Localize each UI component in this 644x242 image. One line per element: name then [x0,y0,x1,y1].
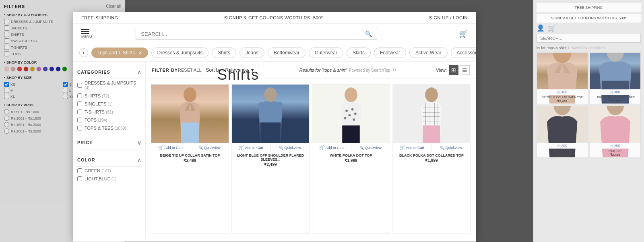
categories-section-header[interactable]: CATEGORIES ∧ [77,66,141,79]
right-product-3-image [537,106,588,143]
left-cat-checkbox-2[interactable] [4,25,9,31]
right-p3-add-cart[interactable]: 🛒 ADD [537,143,588,149]
category-pill-outerwear[interactable]: Outerwear [309,48,343,58]
cart-small-icon-4: 🛒 [400,145,405,150]
right-user-icon[interactable]: 👤 [537,24,545,32]
remove-tops-filter[interactable]: ✕ [138,50,142,55]
right-search-input[interactable] [540,36,637,41]
price-section-header[interactable]: PRICE ∨ [77,136,141,149]
product-3-add-cart[interactable]: 🛒 Add to Cart [312,143,351,152]
product-4-add-cart[interactable]: 🛒 Add to Cart [393,143,432,152]
left-swatch-1[interactable] [4,66,9,72]
product-1-quickview[interactable]: 🔍 Quickview [190,143,229,152]
category-pill-jeans[interactable]: Jeans [239,48,264,58]
cart-icon[interactable]: 🛒 [459,29,468,38]
product-card-2[interactable]: 🛒 Add to Cart 🔍 Quickview LIGHT BLUE OFF… [231,84,310,234]
search-icon[interactable]: 🔍 [365,31,372,37]
category-pill-shirts[interactable]: Shirts [212,48,236,58]
left-swatch-6[interactable] [36,66,41,72]
cat-checkbox-shirts[interactable] [77,93,82,98]
product-4-info: BLACK POLKA DOT COLLARED TOP ₹1,999 [393,152,470,164]
left-cat-checkbox-5[interactable] [4,45,9,50]
reset-all-button[interactable]: RESET ALL [178,68,202,72]
product-2-quickview[interactable]: 🔍 Quickview [271,143,310,152]
svg-rect-26 [423,126,440,143]
cat-checkbox-tshirts[interactable] [77,110,82,114]
left-price-1[interactable] [4,109,9,114]
prev-category-arrow[interactable]: ‹ [79,48,88,57]
product-4-quickview[interactable]: 🔍 Quickview [432,143,471,152]
left-price-3[interactable] [4,122,9,127]
left-size-xl[interactable] [4,94,9,99]
svg-point-7 [264,87,277,102]
category-pill-skirts[interactable]: Skirts [347,48,371,58]
product-card-4[interactable]: 🛒 Add to Cart 🔍 Quickview BLACK POLKA DO… [392,84,471,234]
left-swatch-5[interactable] [30,66,35,72]
left-size-xs[interactable] [4,82,9,87]
right-p1-add-cart[interactable]: 🛒 ADD [537,89,588,95]
left-size-l[interactable] [63,88,68,93]
product-3-quickview[interactable]: 🔍 Quickview [351,143,390,152]
category-pill-dresses[interactable]: Dresses & Jumpsuits [151,48,209,58]
category-pill-footwear[interactable]: Footwear [374,48,406,58]
left-size-xxl[interactable] [63,94,68,99]
left-swatch-3[interactable] [17,66,22,72]
product-1-actions: 🛒 Add to Cart 🔍 Quickview [151,143,229,152]
left-swatch-9[interactable] [56,66,61,72]
right-product-4[interactable]: 🛒 ADD PINK TOP ₹2,499 [590,106,641,158]
price-section-title: PRICE [77,140,93,145]
right-search-bar[interactable] [537,34,641,43]
right-p2-add-cart[interactable]: 🛒 ADD [590,89,641,95]
left-swatch-10[interactable] [62,66,67,72]
right-product-3[interactable]: 🛒 ADD STRIPED TOP ₹1,999 [537,106,588,158]
right-product-1[interactable]: 🛒 ADD GE TIE UP COLLAR SATIN TOP ₹2,499 [537,52,588,104]
left-size-m[interactable] [4,88,9,93]
svg-rect-6 [181,122,199,143]
product-2-add-cart[interactable]: 🛒 Add to Cart [232,143,271,152]
right-p4-add-cart[interactable]: 🛒 ADD [590,143,641,149]
grid-view-button[interactable]: ⊞ [449,65,458,75]
category-pill-bottomwear[interactable]: Bottomwear [268,48,305,58]
left-price-2[interactable] [4,116,9,121]
menu-button[interactable]: MENU [81,29,92,39]
product-1-add-cart[interactable]: 🛒 Add to Cart [151,143,190,152]
svg-point-17 [425,87,438,102]
content-area: CATEGORIES ∧ DRESSES & JUMPSUITS (4) SHI… [73,62,476,239]
left-cat-checkbox-1[interactable] [4,19,9,24]
cat-checkbox-tops[interactable] [77,118,82,122]
left-clear-all[interactable]: Clear all [106,4,121,9]
left-cat-checkbox-4[interactable] [4,38,9,43]
category-pill-tops[interactable]: Tops and T-Shirts ✕ [91,48,148,58]
quickview-icon-3: 🔍 [359,146,364,150]
product-1-image [151,85,229,143]
list-view-button[interactable]: ☰ [460,65,470,75]
cart-small-icon-3: 🛒 [319,145,324,150]
left-swatch-2[interactable] [10,66,16,72]
product-area: FILTER BY RESET ALL Sort by : Relevance … [146,62,476,239]
left-cat-checkbox-6[interactable] [4,51,9,56]
cat-checkbox-topstees[interactable] [77,126,82,130]
search-input[interactable] [141,31,365,37]
left-swatch-7[interactable] [43,66,48,72]
product-card-3[interactable]: 🛒 Add to Cart 🔍 Quickview WHITE POLKA DO… [312,84,390,234]
announcement-right[interactable]: SIGN UP / LOGIN [429,15,468,20]
right-cart-icon[interactable]: 🛒 [548,24,556,32]
left-swatch-4[interactable] [23,66,29,72]
category-pill-activewear[interactable]: Active Wear [409,48,447,58]
cat-checkbox-dresses[interactable] [77,83,82,88]
color-section-header[interactable]: COLOR ∧ [77,153,141,167]
svg-point-10 [345,110,348,112]
left-size-s[interactable] [63,82,68,87]
main-window: FREE SHIPPING SIGNUP & GET COUPONS WORTH… [73,12,476,242]
product-card-1[interactable]: 🛒 Add to Cart 🔍 Quickview BEIGE TIE UP C… [151,84,229,234]
category-pill-accessories[interactable]: Accessories [451,48,476,58]
color-checkbox-lightblue[interactable] [77,176,82,181]
left-price-4[interactable] [4,128,9,134]
left-cat-checkbox-3[interactable] [4,32,9,37]
color-checkbox-green[interactable] [77,168,82,173]
svg-point-9 [345,87,357,102]
search-bar[interactable]: 🔍 [136,28,377,40]
right-product-2[interactable]: 🛒 ADD LIGHT BLUE OFF SHOULDER ₹2,499 [590,52,641,104]
cat-checkbox-singlets[interactable] [77,101,82,106]
left-swatch-8[interactable] [49,66,54,72]
